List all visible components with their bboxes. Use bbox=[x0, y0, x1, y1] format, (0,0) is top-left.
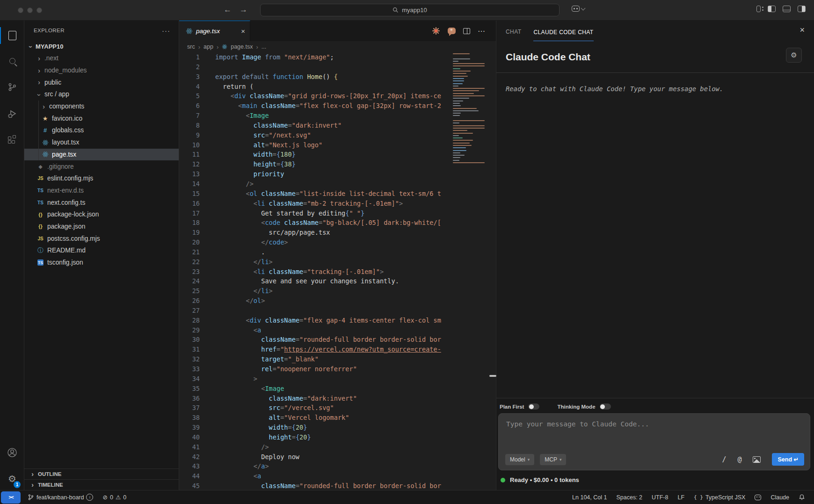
tree-item-public[interactable]: ›public bbox=[24, 76, 179, 88]
feedback-smiley-item[interactable] bbox=[751, 495, 764, 500]
code-editor[interactable]: 1import Image from "next/image";23export… bbox=[179, 52, 496, 490]
eol-sequence[interactable]: LF bbox=[674, 494, 688, 501]
code-line[interactable]: 27 bbox=[179, 306, 496, 316]
cursor-position[interactable]: Ln 104, Col 1 bbox=[569, 494, 610, 501]
code-line[interactable]: 7 <Image bbox=[179, 111, 496, 121]
tree-item-eslint-config[interactable]: JSeslint.config.mjs bbox=[24, 173, 179, 185]
command-center-search[interactable]: myapp10 bbox=[260, 4, 560, 16]
code-line[interactable]: 8 className="dark:invert" bbox=[179, 121, 496, 130]
code-line[interactable]: 33 rel="noopener noreferrer" bbox=[179, 364, 496, 374]
code-line[interactable]: 20 </code> bbox=[179, 238, 496, 247]
plan-first-toggle[interactable] bbox=[528, 403, 539, 410]
thinking-mode-toggle[interactable] bbox=[600, 403, 611, 410]
customize-layout-icon[interactable] bbox=[756, 6, 761, 12]
code-line[interactable]: 35 <Image bbox=[179, 384, 496, 394]
code-line[interactable]: 11 width={180} bbox=[179, 150, 496, 159]
code-line[interactable]: 15 <ol className="list-inside list-decim… bbox=[179, 189, 496, 199]
code-line[interactable]: 25 </li> bbox=[179, 286, 496, 296]
code-line[interactable]: 32 target="_blank" bbox=[179, 354, 496, 364]
tree-item-next-folder[interactable]: ›.next bbox=[24, 52, 179, 65]
code-line[interactable]: 6 <main className="flex flex-col gap-[32… bbox=[179, 101, 496, 111]
code-line[interactable]: 16 <li className="mb-2 tracking-[-.01em]… bbox=[179, 199, 496, 209]
encoding[interactable]: UTF-8 bbox=[648, 494, 671, 501]
close-icon[interactable]: × bbox=[799, 25, 805, 35]
tree-item-tsconfig[interactable]: TStsconfig.json bbox=[24, 257, 179, 269]
sash-handle[interactable] bbox=[489, 375, 496, 377]
code-line[interactable]: 39 width={20} bbox=[179, 423, 496, 432]
code-line[interactable]: 26 </ol> bbox=[179, 296, 496, 306]
code-line[interactable]: 17 Get started by editing{" "} bbox=[179, 209, 496, 218]
code-line[interactable]: 29 <a bbox=[179, 325, 496, 335]
window-close-button[interactable] bbox=[18, 7, 23, 13]
split-editor-icon[interactable] bbox=[463, 28, 470, 34]
code-line[interactable]: 36 className="dark:invert" bbox=[179, 394, 496, 403]
copilot-menu[interactable] bbox=[572, 6, 585, 12]
code-line[interactable]: 42 Deploy now bbox=[179, 452, 496, 462]
code-line[interactable]: 31 href="https://vercel.com/new?utm_sour… bbox=[179, 345, 496, 354]
code-line[interactable]: 21 . bbox=[179, 247, 496, 257]
code-line[interactable]: 4 return ( bbox=[179, 82, 496, 92]
tree-root-myapp10[interactable]: › MYAPP10 bbox=[24, 40, 179, 52]
nav-forward-icon[interactable]: → bbox=[240, 5, 247, 14]
activity-search[interactable] bbox=[0, 50, 24, 72]
code-line[interactable]: 19 src/app/page.tsx bbox=[179, 228, 496, 238]
section-outline[interactable]: ›OUTLINE bbox=[24, 468, 179, 479]
tab-page-tsx[interactable]: page.tsx × bbox=[179, 21, 250, 41]
code-line[interactable]: 34 > bbox=[179, 374, 496, 384]
activity-run-debug[interactable] bbox=[0, 103, 24, 125]
tree-item-components[interactable]: ›components bbox=[24, 101, 179, 113]
tree-item-readme[interactable]: ⓘREADME.md bbox=[24, 245, 179, 257]
activity-accounts[interactable] bbox=[0, 441, 24, 464]
tree-item-favicon[interactable]: ★favicon.ico bbox=[24, 112, 179, 124]
window-zoom-button[interactable] bbox=[36, 7, 42, 13]
code-line[interactable]: 18 <code className="bg-black/[.05] dark:… bbox=[179, 218, 496, 228]
minimap[interactable] bbox=[453, 53, 493, 165]
tree-item-package-lock[interactable]: {}package-lock.json bbox=[24, 209, 179, 221]
chat-settings-button[interactable]: ⚙ bbox=[786, 48, 802, 63]
activity-extensions[interactable] bbox=[0, 129, 24, 151]
breadcrumb-symbol[interactable]: ... bbox=[262, 43, 266, 50]
code-line[interactable]: 1import Image from "next/image"; bbox=[179, 52, 496, 62]
code-line[interactable]: 43 </a> bbox=[179, 461, 496, 471]
tree-item-next-config[interactable]: TSnext.config.ts bbox=[24, 196, 179, 209]
tree-item-page-tsx[interactable]: page.tsx bbox=[24, 149, 179, 161]
tree-item-gitignore[interactable]: ◆.gitignore bbox=[24, 160, 179, 173]
code-line[interactable]: 45 className="rounded-full border border… bbox=[179, 481, 496, 490]
code-line[interactable]: 41 /> bbox=[179, 442, 496, 452]
mcp-dropdown[interactable]: MCP▾ bbox=[540, 454, 566, 465]
more-actions-icon[interactable]: ⋯ bbox=[478, 27, 486, 36]
breadcrumb-page-tsx[interactable]: page.tsx bbox=[231, 43, 253, 50]
toggle-panel-icon[interactable] bbox=[783, 6, 791, 12]
notifications-item[interactable] bbox=[795, 494, 808, 501]
close-icon[interactable]: × bbox=[241, 27, 245, 35]
breadcrumb-src[interactable]: src bbox=[187, 43, 195, 50]
claude-spark-icon[interactable] bbox=[432, 27, 440, 35]
toggle-secondary-sidebar-icon[interactable] bbox=[798, 6, 806, 12]
code-line[interactable]: 3export default function Home() { bbox=[179, 72, 496, 82]
claude-status-item[interactable]: Claude bbox=[767, 494, 792, 501]
send-button[interactable]: Send ↵ bbox=[772, 453, 804, 466]
problems-item[interactable]: ⊘ 0 ⚠ 0 bbox=[99, 494, 130, 501]
code-line[interactable]: 38 alt="Vercel logomark" bbox=[179, 413, 496, 423]
window-minimize-button[interactable] bbox=[27, 7, 33, 13]
code-line[interactable]: 28 <div className="flex gap-4 items-cent… bbox=[179, 316, 496, 325]
code-line[interactable]: 14 /> bbox=[179, 179, 496, 189]
code-line[interactable]: 40 height={20} bbox=[179, 432, 496, 442]
language-mode[interactable]: { } TypeScript JSX bbox=[690, 494, 749, 501]
activity-source-control[interactable] bbox=[0, 76, 24, 98]
code-line[interactable]: 30 className="rounded-full border border… bbox=[179, 335, 496, 345]
code-line[interactable]: 12 height={38} bbox=[179, 159, 496, 169]
breadcrumb-app[interactable]: app bbox=[204, 43, 213, 50]
mention-icon[interactable]: @ bbox=[737, 455, 741, 464]
git-branch-item[interactable]: feat/kanban-board ↑ bbox=[24, 494, 96, 501]
code-line[interactable]: 37 src="/vercel.svg" bbox=[179, 403, 496, 413]
tree-item-globals-css[interactable]: #globals.css bbox=[24, 124, 179, 137]
tree-item-next-env[interactable]: TSnext-env.d.ts bbox=[24, 185, 179, 197]
code-line[interactable]: 9 src="/next.svg" bbox=[179, 130, 496, 140]
code-line[interactable]: 22 </li> bbox=[179, 257, 496, 267]
tree-item-src-app[interactable]: ›src / app bbox=[24, 88, 179, 101]
model-dropdown[interactable]: Model▾ bbox=[505, 454, 534, 465]
code-line[interactable]: 24 Save and see your changes instantly. bbox=[179, 276, 496, 286]
nav-back-icon[interactable]: ← bbox=[224, 5, 232, 14]
toggle-primary-sidebar-icon[interactable] bbox=[768, 6, 776, 12]
